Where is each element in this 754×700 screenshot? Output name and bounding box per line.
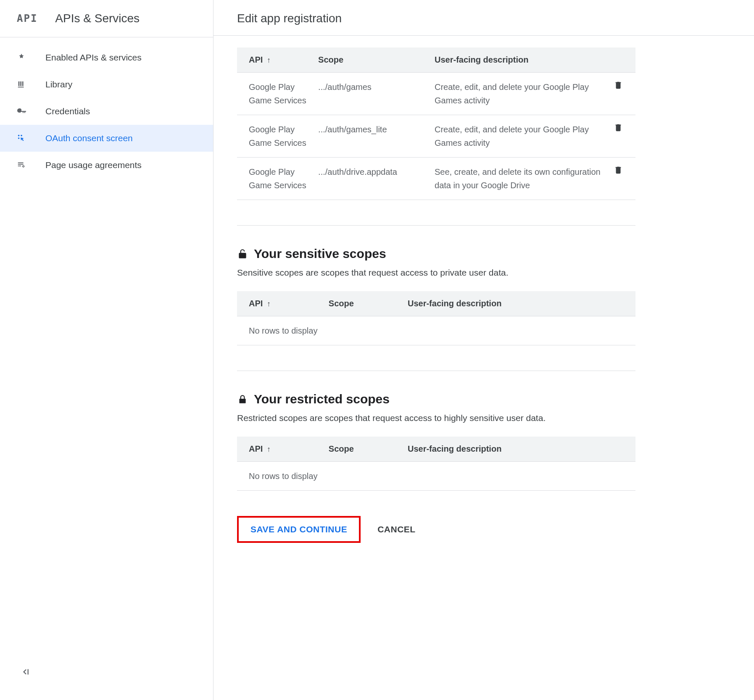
consent-screen-icon bbox=[17, 133, 32, 143]
col-scope[interactable]: Scope bbox=[324, 437, 403, 462]
page-usage-icon bbox=[17, 160, 32, 170]
sidebar-item-page-usage[interactable]: Page usage agreements bbox=[0, 152, 213, 179]
api-logo: API bbox=[17, 13, 37, 24]
empty-row: No rows to display bbox=[237, 316, 635, 345]
delete-icon[interactable] bbox=[614, 123, 630, 132]
empty-row: No rows to display bbox=[237, 462, 635, 491]
col-scope[interactable]: Scope bbox=[313, 47, 430, 73]
sort-asc-icon: ↑ bbox=[267, 445, 271, 453]
sidebar-item-enabled-apis[interactable]: Enabled APIs & services bbox=[0, 44, 213, 71]
cell-api: Google Play Game Services bbox=[237, 73, 313, 115]
col-api[interactable]: API ↑ bbox=[237, 291, 324, 316]
svg-point-3 bbox=[23, 166, 24, 167]
cell-desc: Create, edit, and delete your Google Pla… bbox=[430, 73, 609, 115]
sort-asc-icon: ↑ bbox=[267, 56, 271, 64]
cell-desc: Create, edit, and delete your Google Pla… bbox=[430, 115, 609, 158]
sidebar-item-oauth-consent[interactable]: OAuth consent screen bbox=[0, 125, 213, 152]
collapse-sidebar-button[interactable] bbox=[22, 667, 31, 676]
svg-point-1 bbox=[21, 135, 22, 137]
table-row: Google Play Game Services .../auth/games… bbox=[237, 73, 635, 115]
cell-scope: .../auth/drive.appdata bbox=[313, 158, 430, 200]
sidebar-item-library[interactable]: Library bbox=[0, 71, 213, 98]
restricted-scopes-title: Your restricted scopes bbox=[237, 392, 635, 406]
sensitive-scopes-table: API ↑ Scope User-facing description No r… bbox=[237, 291, 635, 345]
cell-api: Google Play Game Services bbox=[237, 115, 313, 158]
sidebar-item-label: Enabled APIs & services bbox=[45, 53, 142, 63]
cancel-button[interactable]: CANCEL bbox=[377, 518, 416, 541]
restricted-scopes-desc: Restricted scopes are scopes that reques… bbox=[237, 413, 635, 423]
page-title: Edit app registration bbox=[214, 0, 754, 36]
sidebar-header: API APIs & Services bbox=[0, 3, 213, 37]
col-api[interactable]: API ↑ bbox=[237, 47, 313, 73]
col-scope[interactable]: Scope bbox=[324, 291, 403, 316]
divider bbox=[237, 371, 635, 371]
sensitive-scopes-desc: Sensitive scopes are scopes that request… bbox=[237, 268, 635, 278]
sort-asc-icon: ↑ bbox=[267, 300, 271, 308]
library-icon bbox=[17, 79, 32, 89]
cell-desc: See, create, and delete its own configur… bbox=[430, 158, 609, 200]
restricted-scopes-section: Your restricted scopes Restricted scopes… bbox=[237, 392, 635, 491]
col-desc[interactable]: User-facing description bbox=[403, 437, 635, 462]
restricted-scopes-table: API ↑ Scope User-facing description No r… bbox=[237, 437, 635, 491]
divider bbox=[237, 225, 635, 226]
sidebar-item-credentials[interactable]: Credentials bbox=[0, 98, 213, 125]
cell-api: Google Play Game Services bbox=[237, 158, 313, 200]
sidebar-title: APIs & Services bbox=[55, 12, 140, 25]
lock-icon bbox=[237, 394, 248, 405]
svg-point-0 bbox=[18, 135, 20, 137]
col-desc[interactable]: User-facing description bbox=[403, 291, 635, 316]
sidebar-item-label: Credentials bbox=[45, 106, 90, 116]
lock-open-icon bbox=[237, 248, 248, 259]
scopes-table: API ↑ Scope User-facing description Goog… bbox=[237, 47, 635, 200]
col-desc[interactable]: User-facing description bbox=[430, 47, 609, 73]
sidebar-item-label: Library bbox=[45, 79, 72, 89]
col-api[interactable]: API ↑ bbox=[237, 437, 324, 462]
sidebar-item-label: Page usage agreements bbox=[45, 160, 142, 170]
cell-scope: .../auth/games_lite bbox=[313, 115, 430, 158]
svg-point-2 bbox=[18, 137, 20, 139]
sensitive-scopes-title: Your sensitive scopes bbox=[237, 247, 635, 261]
table-row: Google Play Game Services .../auth/drive… bbox=[237, 158, 635, 200]
sidebar-item-label: OAuth consent screen bbox=[45, 133, 133, 143]
delete-icon[interactable] bbox=[614, 165, 630, 174]
svg-rect-5 bbox=[239, 399, 245, 403]
enabled-apis-icon bbox=[17, 53, 32, 63]
main-content: Edit app registration API ↑ Scope User-f… bbox=[214, 0, 754, 700]
table-row: Google Play Game Services .../auth/games… bbox=[237, 115, 635, 158]
sensitive-scopes-section: Your sensitive scopes Sensitive scopes a… bbox=[237, 247, 635, 345]
cell-scope: .../auth/games bbox=[313, 73, 430, 115]
delete-icon[interactable] bbox=[614, 80, 630, 89]
svg-rect-4 bbox=[239, 253, 245, 258]
key-icon bbox=[17, 106, 32, 116]
save-and-continue-button[interactable]: SAVE AND CONTINUE bbox=[237, 516, 361, 543]
button-row: SAVE AND CONTINUE CANCEL bbox=[237, 516, 635, 543]
sidebar: API APIs & Services Enabled APIs & servi… bbox=[0, 0, 214, 700]
